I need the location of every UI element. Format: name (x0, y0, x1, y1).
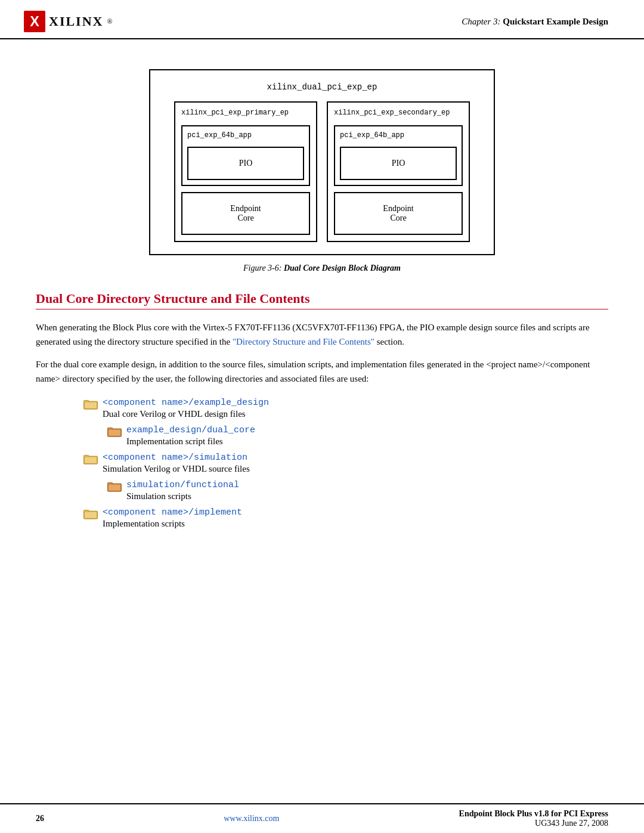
figure-caption: Figure 3-6: Dual Core Design Block Diagr… (243, 264, 401, 273)
dir-structure-link[interactable]: "Directory Structure and File Contents" (233, 337, 374, 346)
dir-item-4-content: simulation/functional Simulation scripts (126, 480, 239, 501)
svg-rect-13 (108, 484, 120, 491)
footer-url[interactable]: www.xilinx.com (224, 814, 279, 823)
dir-item-1: <component name>/example_design Dual cor… (83, 398, 608, 419)
svg-rect-4 (84, 402, 97, 408)
left-inner-box: pci_exp_64b_app PIO (181, 125, 310, 186)
directory-listing: <component name>/example_design Dual cor… (83, 398, 608, 529)
diagram-outer-title: xilinx_dual_pci_exp_ep (162, 82, 482, 92)
diagram-outer-box: xilinx_dual_pci_exp_ep xilinx_pci_exp_pr… (149, 69, 495, 255)
left-column-title: xilinx_pci_exp_primary_ep (181, 109, 310, 117)
folder-icon-1 (83, 398, 98, 410)
right-inner-title: pci_exp_64b_app (340, 131, 457, 140)
diagram-left-column: xilinx_pci_exp_primary_ep pci_exp_64b_ap… (174, 101, 317, 242)
section-heading: Dual Core Directory Structure and File C… (36, 291, 608, 309)
folder-icon-2 (107, 426, 122, 438)
left-endpoint-line1: Endpoint (188, 204, 303, 213)
dir-item-5: <component name>/implement Implementatio… (83, 507, 608, 529)
paragraph-1: When generating the Block Plus core with… (36, 320, 608, 349)
dir-desc-2: Implementation script files (126, 436, 255, 447)
dir-desc-3: Simulation Verilog or VHDL source files (103, 464, 250, 474)
dir-desc-5: Implementation scripts (103, 519, 242, 529)
left-endpoint-box: Endpoint Core (181, 192, 310, 235)
dir-link-2[interactable]: example_design/dual_core (126, 425, 255, 435)
dir-item-3: <component name>/simulation Simulation V… (83, 453, 608, 474)
diagram-right-column: xilinx_pci_exp_secondary_ep pci_exp_64b_… (327, 101, 470, 242)
chapter-label: Chapter 3: Quickstart Example Design (462, 17, 608, 27)
footer-product: Endpoint Block Plus v1.8 for PCI Express (459, 809, 608, 819)
right-column-title: xilinx_pci_exp_secondary_ep (334, 109, 463, 117)
dir-item-3-content: <component name>/simulation Simulation V… (103, 453, 250, 474)
main-content: xilinx_dual_pci_exp_ep xilinx_pci_exp_pr… (0, 39, 644, 577)
right-inner-box: pci_exp_64b_app PIO (334, 125, 463, 186)
right-endpoint-line2: Core (341, 213, 456, 223)
footer-docid: UG343 June 27, 2008 (459, 819, 608, 828)
page-footer: 26 www.xilinx.com Endpoint Block Plus v1… (0, 803, 644, 833)
xilinx-wordmark: XILINX (49, 14, 103, 29)
right-pio-box: PIO (340, 147, 457, 180)
figure-container: xilinx_dual_pci_exp_ep xilinx_pci_exp_pr… (143, 69, 501, 273)
dir-item-2: example_design/dual_core Implementation … (107, 425, 608, 447)
svg-text:X: X (30, 14, 39, 29)
registered-mark: ® (107, 17, 112, 26)
footer-right: Endpoint Block Plus v1.8 for PCI Express… (459, 809, 608, 828)
left-inner-title: pci_exp_64b_app (187, 131, 304, 140)
dir-desc-1: Dual core Verilog or VHDL design files (103, 409, 269, 419)
dir-item-4: simulation/functional Simulation scripts (107, 480, 608, 501)
dir-item-2-content: example_design/dual_core Implementation … (126, 425, 255, 447)
folder-icon-4 (107, 481, 122, 493)
dir-link-5[interactable]: <component name>/implement (103, 507, 242, 518)
dir-item-1-content: <component name>/example_design Dual cor… (103, 398, 269, 419)
logo: X XILINX® (24, 11, 113, 32)
page-header: X XILINX® Chapter 3: Quickstart Example … (0, 0, 644, 39)
left-endpoint-line2: Core (188, 213, 303, 223)
folder-icon-3 (83, 453, 98, 465)
svg-rect-16 (84, 512, 97, 518)
diagram-columns: xilinx_pci_exp_primary_ep pci_exp_64b_ap… (162, 101, 482, 242)
right-endpoint-line1: Endpoint (341, 204, 456, 213)
folder-icon-5 (83, 508, 98, 520)
dir-link-3[interactable]: <component name>/simulation (103, 453, 250, 463)
dir-desc-4: Simulation scripts (126, 491, 239, 501)
xilinx-x-icon: X (24, 11, 45, 32)
paragraph-2: For the dual core example design, in add… (36, 357, 608, 386)
dir-link-4[interactable]: simulation/functional (126, 480, 239, 490)
right-endpoint-box: Endpoint Core (334, 192, 463, 235)
left-pio-box: PIO (187, 147, 304, 180)
dir-item-5-content: <component name>/implement Implementatio… (103, 507, 242, 529)
page-number: 26 (36, 814, 44, 823)
dir-link-1[interactable]: <component name>/example_design (103, 398, 269, 408)
svg-rect-7 (108, 429, 120, 436)
svg-rect-10 (84, 457, 97, 463)
